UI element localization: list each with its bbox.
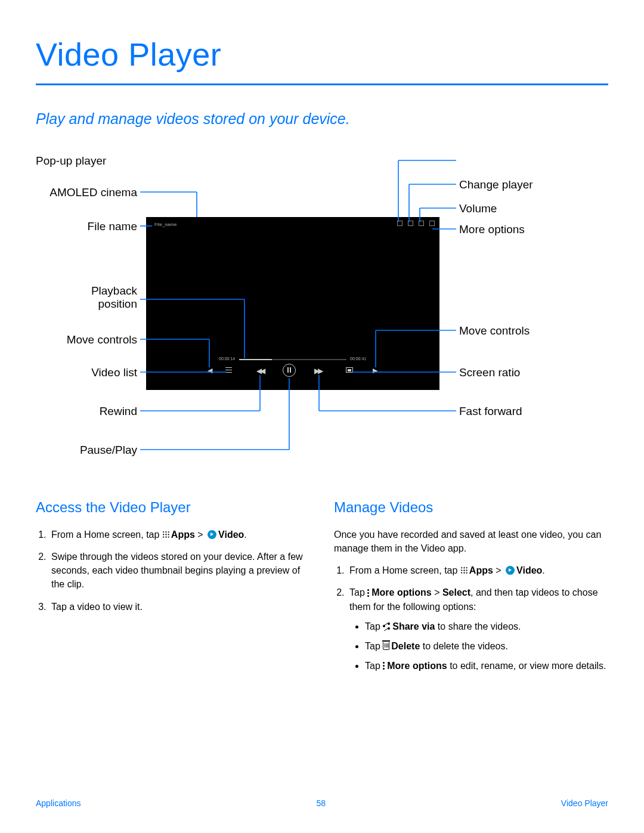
label-move-left: Move controls (36, 333, 137, 346)
access-step-1: From a Home screen, tap Apps > Video. (49, 528, 310, 541)
manage-intro: Once you have recorded and saved at leas… (334, 528, 608, 555)
col-manage: Manage Videos Once you have recorded and… (334, 497, 608, 681)
page-subtitle: Play and manage videos stored on your de… (36, 110, 608, 128)
heading-access: Access the Video Player (36, 497, 310, 518)
manage-step-2: Tap More options > Select, and then tap … (347, 586, 608, 673)
more-options-icon (367, 589, 369, 597)
manage-bullet-delete: Tap Delete to delete the videos. (365, 639, 608, 653)
label-move-right: Move controls (459, 324, 530, 337)
manage-bullet-more: Tap More options to edit, rename, or vie… (365, 659, 608, 673)
ratio-icon (346, 367, 353, 373)
volume-icon (419, 221, 424, 226)
label-playback: Playback position (36, 284, 137, 311)
body-columns: Access the Video Player From a Home scre… (36, 497, 608, 681)
label-volume: Volume (459, 202, 497, 215)
manage-step-1: From a Home screen, tap Apps > Video. (347, 563, 608, 577)
manage-bullet-share: Tap Share via to share the videos. (365, 620, 608, 633)
delete-icon (383, 642, 389, 650)
col-access: Access the Video Player From a Home scre… (36, 497, 310, 681)
title-divider (36, 83, 608, 85)
player-screenshot: File_name 00:00:14 00:00:41 ◀ ▶ ◀◀ ▶▶ (146, 217, 439, 390)
label-videolist: Video list (36, 366, 137, 379)
pause-icon (283, 364, 296, 377)
forward-icon: ▶▶ (314, 367, 321, 375)
label-ffwd: Fast forward (459, 405, 522, 418)
video-icon (208, 530, 216, 539)
annotated-diagram: AMOLED cinema File name Playback positio… (36, 145, 608, 479)
label-ratio: Screen ratio (459, 366, 520, 379)
access-step-2: Swipe through the videos stored on your … (49, 550, 310, 592)
apps-icon (460, 566, 468, 574)
progress-bar (239, 359, 346, 360)
share-icon (383, 623, 391, 630)
popup-icon (397, 221, 402, 226)
label-filename: File name (36, 220, 137, 233)
more-options-icon (383, 662, 385, 670)
label-pauseplay: Pause/Play (36, 444, 137, 457)
access-step-3: Tap a video to view it. (49, 600, 310, 614)
label-popup: Pop-up player (36, 154, 106, 168)
ss-filename: File_name (154, 222, 177, 227)
footer-page-number: 58 (316, 798, 326, 808)
label-rewind: Rewind (36, 405, 137, 418)
video-icon (506, 566, 515, 575)
time-elapsed: 00:00:14 (219, 357, 235, 361)
apps-icon (162, 531, 170, 538)
footer-left: Applications (36, 798, 81, 808)
page-footer: Applications 58 Video Player (36, 798, 608, 808)
right-arrow-icon: ▶ (373, 367, 377, 374)
left-arrow-icon: ◀ (208, 367, 212, 374)
heading-manage: Manage Videos (334, 497, 608, 518)
change-icon (408, 221, 413, 226)
time-total: 00:00:41 (350, 357, 366, 361)
label-change: Change player (459, 178, 533, 191)
label-amoled: AMOLED cinema (36, 186, 137, 199)
page-title: Video Player (36, 36, 608, 73)
label-more: More options (459, 223, 525, 236)
ss-top-icons (397, 221, 435, 226)
footer-right: Video Player (561, 798, 608, 808)
list-icon (225, 367, 232, 373)
rewind-icon: ◀◀ (256, 367, 264, 375)
more-icon (429, 221, 435, 226)
